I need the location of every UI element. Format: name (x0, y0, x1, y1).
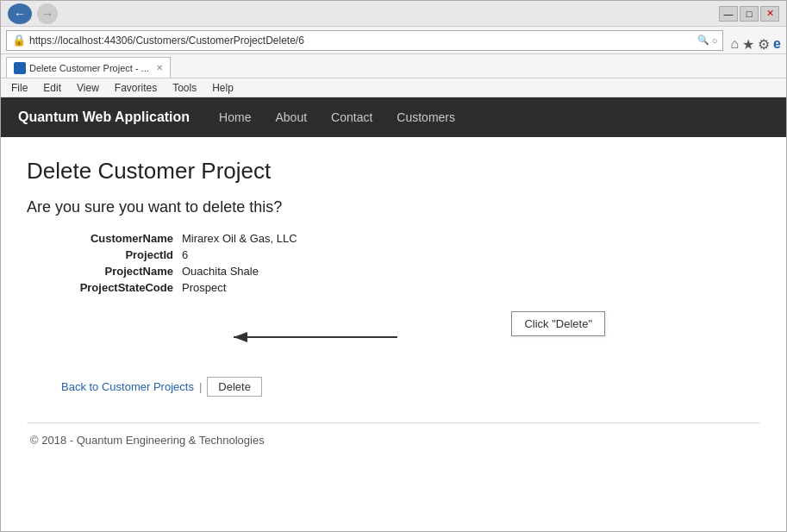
nav-contact[interactable]: Contact (319, 100, 384, 135)
callout-text: Click "Delete" (524, 317, 592, 330)
back-to-projects-link[interactable]: Back to Customer Projects (61, 380, 194, 393)
menu-help[interactable]: Help (205, 80, 240, 96)
home-icon[interactable]: ⌂ (730, 36, 739, 53)
back-nav-button[interactable]: ← (8, 3, 32, 24)
field-label-projectname: ProjectName (61, 265, 182, 278)
field-value-projectstatecode: Prospect (182, 281, 226, 294)
lock-icon: 🔒 (12, 34, 26, 47)
annotation-arrow (229, 316, 402, 359)
active-tab[interactable]: Delete Customer Project - ... ✕ (6, 57, 171, 78)
annotation-area: Click "Delete" (61, 311, 760, 363)
app-brand[interactable]: Quantum Web Application (18, 110, 190, 125)
menu-file[interactable]: File (4, 80, 34, 96)
nav-about[interactable]: About (263, 100, 319, 135)
table-row: ProjectId 6 (61, 248, 760, 261)
nav-customers[interactable]: Customers (384, 100, 467, 135)
actions-separator: | (199, 380, 202, 393)
title-bar-left: ← → (8, 3, 58, 24)
table-row: ProjectName Ouachita Shale (61, 265, 760, 278)
field-value-projectid: 6 (182, 248, 188, 261)
nav-links: Home About Contact Customers (207, 100, 467, 135)
menu-edit[interactable]: Edit (36, 80, 68, 96)
tab-favicon (14, 62, 26, 74)
field-label-customername: CustomerName (61, 232, 182, 245)
tab-close-button[interactable]: ✕ (156, 63, 163, 72)
maximize-button[interactable]: □ (740, 6, 759, 22)
confirm-text: Are you sure you want to delete this? (27, 198, 760, 216)
callout-box: Click "Delete" (511, 311, 605, 336)
browser-toolbar: ⌂ ★ ⚙ e (730, 36, 781, 53)
table-row: CustomerName Mirarex Oil & Gas, LLC (61, 232, 760, 245)
minimize-button[interactable]: — (719, 6, 738, 22)
page-content: Delete Customer Project Are you sure you… (1, 137, 786, 531)
footer-divider (27, 422, 760, 423)
settings-icon[interactable]: ⚙ (758, 36, 770, 53)
data-table: CustomerName Mirarex Oil & Gas, LLC Proj… (61, 232, 760, 294)
field-label-projectid: ProjectId (61, 248, 182, 261)
menu-favorites[interactable]: Favorites (108, 80, 164, 96)
nav-home[interactable]: Home (207, 100, 263, 135)
field-value-projectname: Ouachita Shale (182, 265, 259, 278)
search-icon: 🔍 (697, 34, 709, 46)
menu-view[interactable]: View (70, 80, 106, 96)
tab-bar: Delete Customer Project - ... ✕ (1, 54, 786, 78)
footer-text: © 2018 - Quantum Engineering & Technolog… (27, 434, 760, 447)
app-navbar: Quantum Web Application Home About Conta… (1, 97, 786, 137)
address-icons: 🔍 ○ (697, 34, 718, 46)
delete-button[interactable]: Delete (207, 377, 262, 397)
ie-icon: e (773, 36, 781, 53)
close-button[interactable]: ✕ (760, 6, 779, 22)
toolbar-area: ⌂ ★ ⚙ e (730, 28, 781, 53)
address-bar-row: 🔒 https://localhost:44306/Customers/Cust… (1, 27, 786, 54)
table-row: ProjectStateCode Prospect (61, 281, 760, 294)
menu-bar: File Edit View Favorites Tools Help (1, 78, 786, 97)
title-bar: ← → — □ ✕ (1, 1, 786, 27)
url-text[interactable]: https://localhost:44306/Customers/Custom… (29, 34, 694, 47)
actions-row: Back to Customer Projects | Delete (61, 377, 760, 397)
star-icon[interactable]: ★ (742, 36, 754, 53)
field-label-projectstatecode: ProjectStateCode (61, 281, 182, 294)
forward-nav-button[interactable]: → (37, 3, 58, 24)
refresh-icon[interactable]: ○ (712, 35, 718, 46)
window-controls: — □ ✕ (719, 6, 779, 22)
browser-window: ← → — □ ✕ 🔒 https://localhost:44306/Cust… (0, 0, 787, 532)
tab-title: Delete Customer Project - ... (29, 63, 149, 73)
menu-tools[interactable]: Tools (166, 80, 203, 96)
address-box[interactable]: 🔒 https://localhost:44306/Customers/Cust… (6, 30, 723, 51)
field-value-customername: Mirarex Oil & Gas, LLC (182, 232, 297, 245)
page-title: Delete Customer Project (27, 158, 760, 185)
